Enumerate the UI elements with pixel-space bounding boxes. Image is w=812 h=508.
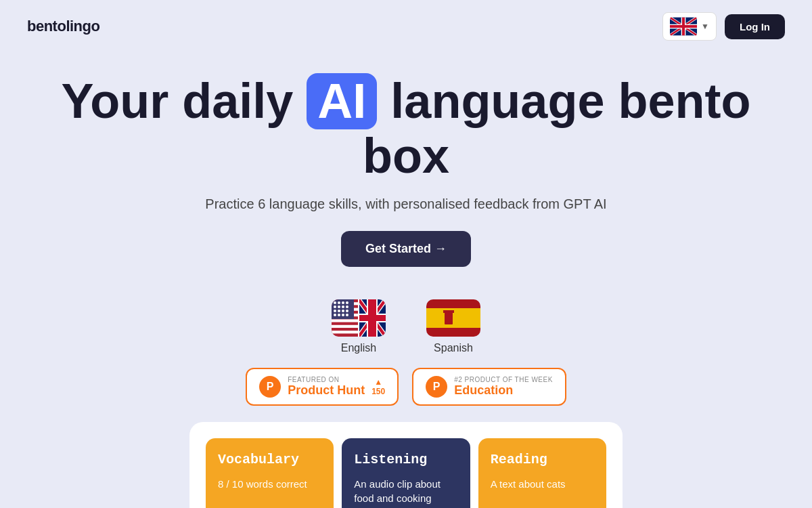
vocabulary-content: 8 / 10 words correct xyxy=(218,477,321,491)
vocabulary-title: Vocabulary xyxy=(218,452,321,467)
hero-section: Your daily AI language bento box Practic… xyxy=(0,53,812,280)
nav-right: ▼ Log In xyxy=(662,12,785,41)
ph-label-2: #2 PRODUCT OF THE WEEK xyxy=(454,376,553,383)
svg-point-11 xyxy=(334,301,336,304)
svg-point-13 xyxy=(342,301,344,304)
product-hunt-text: FEATURED ON Product Hunt xyxy=(288,376,365,398)
svg-rect-39 xyxy=(445,312,453,324)
language-spanish: Spanish xyxy=(426,299,480,354)
hero-title-after: language bento box xyxy=(363,74,750,183)
bento-card-reading[interactable]: Reading A text about cats xyxy=(478,438,606,508)
bento-box: Vocabulary 8 / 10 words correct Listenin… xyxy=(189,422,623,508)
ph-number: 150 xyxy=(371,387,385,396)
svg-rect-40 xyxy=(443,310,454,313)
languages-section: English Spanish xyxy=(0,299,812,354)
ph-name-1: Product Hunt xyxy=(288,383,365,398)
hero-subtitle: Practice 6 language skills, with persona… xyxy=(14,196,798,212)
svg-point-24 xyxy=(338,314,340,316)
product-hunt-icon: P xyxy=(259,376,281,398)
svg-point-21 xyxy=(342,310,344,312)
english-label: English xyxy=(341,342,376,354)
listening-content: An audio clip about food and cooking xyxy=(354,477,457,505)
english-flag-icon xyxy=(332,299,386,337)
ph-name-2: Education xyxy=(454,383,553,398)
bento-container: Vocabulary 8 / 10 words correct Listenin… xyxy=(0,422,812,508)
product-hunt-badge-1[interactable]: P FEATURED ON Product Hunt ▲ 150 xyxy=(246,368,399,406)
svg-point-22 xyxy=(346,310,348,312)
listening-title: Listening xyxy=(354,452,457,467)
svg-point-25 xyxy=(342,314,344,316)
logo: bentolingo xyxy=(27,18,99,35)
language-selector[interactable]: ▼ xyxy=(662,12,717,41)
navbar: bentolingo ▼ Log In xyxy=(0,0,812,53)
ph-count: ▲ 150 xyxy=(371,377,385,396)
bento-card-vocabulary[interactable]: Vocabulary 8 / 10 words correct xyxy=(206,438,334,508)
svg-point-26 xyxy=(346,314,348,316)
spanish-label: Spanish xyxy=(434,342,473,354)
reading-content: A text about cats xyxy=(491,477,594,491)
product-hunt-icon-2: P xyxy=(426,376,447,398)
language-english: English xyxy=(332,299,386,354)
product-hunt-text-2: #2 PRODUCT OF THE WEEK Education xyxy=(454,376,553,398)
svg-point-20 xyxy=(338,310,340,312)
reading-title: Reading xyxy=(491,452,594,467)
svg-point-14 xyxy=(346,301,348,304)
svg-point-16 xyxy=(338,305,340,308)
product-hunt-badge-2[interactable]: P #2 PRODUCT OF THE WEEK Education xyxy=(412,368,566,406)
svg-point-23 xyxy=(334,314,336,316)
uk-flag-icon xyxy=(670,17,697,36)
hero-title-before: Your daily xyxy=(62,74,307,128)
chevron-down-icon: ▼ xyxy=(701,22,709,31)
svg-rect-35 xyxy=(359,315,386,321)
get-started-button[interactable]: Get Started → xyxy=(341,231,471,267)
ph-arrow: ▲ xyxy=(374,377,382,387)
spanish-flag-icon xyxy=(426,299,480,337)
badges-section: P FEATURED ON Product Hunt ▲ 150 P #2 PR… xyxy=(0,368,812,406)
svg-point-17 xyxy=(342,305,344,308)
login-button[interactable]: Log In xyxy=(725,14,785,39)
svg-point-18 xyxy=(346,305,348,308)
bento-card-listening[interactable]: Listening An audio clip about food and c… xyxy=(342,438,470,508)
hero-title: Your daily AI language bento box xyxy=(14,73,798,183)
ph-label-1: FEATURED ON xyxy=(288,376,365,383)
svg-point-15 xyxy=(334,305,336,308)
svg-point-12 xyxy=(338,301,340,304)
ai-badge: AI xyxy=(307,73,377,129)
svg-point-19 xyxy=(334,310,336,312)
